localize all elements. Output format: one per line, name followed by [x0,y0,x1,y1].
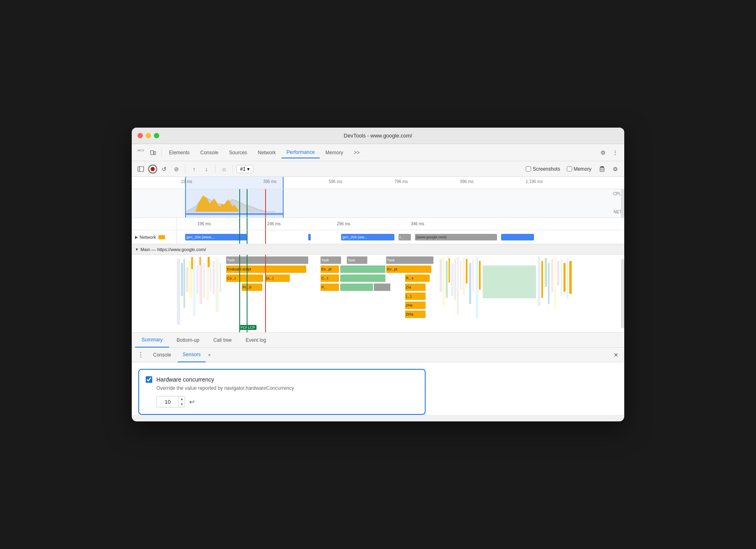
profile-label: #1 [240,166,245,172]
stepper-down-button[interactable]: ▼ [179,402,185,407]
timeline-marker-line-2 [247,189,247,217]
tick-996ms: 996 ms [460,179,474,184]
svg-rect-14 [185,213,284,215]
detail-tick-196: 196 ms [197,222,211,226]
overview-scrollbar[interactable] [621,189,624,217]
performance-area: 19 ms 396 ms 596 ms 796 ms 996 ms 1,196 … [132,177,624,333]
zia-block[interactable]: Zia [405,284,426,291]
zha-block[interactable]: zHa [405,302,426,309]
tick-19ms: 19 ms [181,179,192,184]
tab-event-log[interactable]: Event log [239,333,273,348]
reset-button[interactable]: ↩ [189,398,195,406]
tab-sources[interactable]: Sources [224,147,252,158]
stepper-up-button[interactable]: ▲ [179,396,185,402]
tab-network[interactable]: Network [253,147,281,158]
flame-vline-1 [239,255,240,332]
hw-card-title: Hardware concurrency [146,376,418,383]
maximize-button[interactable] [154,133,159,138]
minimize-button[interactable] [146,133,151,138]
tab-sensors: Sensors [178,348,206,362]
profile-selector[interactable]: #1 ▾ [236,165,253,173]
tab-elements[interactable]: Elements [164,147,195,158]
dha-block[interactable]: DHa [405,311,426,318]
devtools-window: DevTools - www.google.com/ Elements Cons… [132,128,624,421]
close-button[interactable] [137,133,143,138]
upload-button[interactable]: ↑ [189,164,199,174]
task-block-3[interactable]: Task [347,256,367,264]
rs-block[interactable]: R...s [405,274,430,282]
detail-tick-296: 296 ms [337,222,351,226]
svg-rect-4 [138,167,144,172]
timeline-marker-line-red [265,189,266,217]
hw-checkbox[interactable] [146,376,152,383]
tab-bottom-up[interactable]: Bottom-up [170,333,206,348]
sensors-tab-label[interactable]: Sensors [183,352,201,357]
garbage-collect-icon[interactable] [596,163,608,175]
sidebar-toggle-icon[interactable] [135,163,147,175]
network-bar-2[interactable] [308,234,311,240]
titlebar: DevTools - www.google.com/ [132,128,624,144]
stepper-arrows: ▲ ▼ [179,396,185,407]
cot-block[interactable]: Co...t [226,274,263,282]
home-button[interactable]: ⌂ [219,164,229,174]
sensors-panel: ⋮ Console Sensors × ✕ Hardware concurren… [132,348,624,415]
dots-block[interactable]: (...) [405,293,426,300]
net-vline-1 [239,230,240,244]
settings-icon[interactable]: ⚙ [597,147,609,158]
window-title: DevTools - www.google.com/ [344,133,412,139]
tab-memory[interactable]: Memory [321,147,348,158]
download-button[interactable]: ↓ [201,164,212,174]
task-block-2[interactable]: Task [321,256,341,264]
hw-controls: 10 ▲ ▼ ↩ [156,396,418,407]
tab-console[interactable]: Console [195,147,223,158]
evaluate-script-block[interactable]: Evaluate script [226,265,306,273]
record-button[interactable] [148,165,157,174]
ev-pt-block-1[interactable]: Ev...pt [321,265,339,273]
at-block[interactable]: (a...) [265,274,290,282]
bottom-tabs: Summary Bottom-up Call tree Event log [132,333,624,348]
green-block-3 [340,284,373,291]
clear-button[interactable]: ⊘ [171,164,182,174]
close-sensors-tab[interactable]: × [208,352,211,357]
separator-3 [215,165,215,173]
overview-chart[interactable]: CPU NET [132,189,624,218]
detail-tick-246: 246 ms [267,222,281,226]
network-bar-3[interactable]: gen_204 (ww... [341,234,394,240]
ct-block[interactable]: C...t [321,274,339,282]
green-block-2 [340,274,385,282]
task-block-1[interactable]: Task [226,256,308,264]
tick-596ms: 596 ms [329,179,342,184]
tab-performance[interactable]: Performance [282,147,320,158]
kebab-menu-icon[interactable]: ⋮ [609,147,621,158]
hw-stepper[interactable]: 10 ▲ ▼ [156,396,185,407]
device-toggle-icon[interactable] [147,147,159,158]
sensors-header: ⋮ Console Sensors × ✕ [132,348,624,362]
task-block-4[interactable]: Task [386,256,433,264]
ev-pt-block-2[interactable]: Ev...pt [386,265,431,273]
prd-block[interactable]: Pr...d [242,284,262,291]
network-bar-5[interactable]: (www.google.com) [415,234,497,240]
element-picker-icon[interactable] [135,147,147,158]
screenshots-checkbox[interactable] [526,166,531,172]
network-bar-4[interactable]: l... [399,234,411,240]
more-tabs-button[interactable]: >> [349,147,364,158]
p-block[interactable]: P... [321,284,339,291]
flame-vline-2 [247,255,247,332]
panel-menu-icon[interactable]: ⋮ [135,351,147,359]
network-bar-1[interactable]: gen_204 (www.... [185,234,247,240]
tick-796ms: 796 ms [394,179,408,184]
hw-value: 10 [157,399,179,405]
tab-call-tree[interactable]: Call tree [207,333,238,348]
network-bar-6[interactable] [501,234,534,240]
perf-settings-icon[interactable]: ⚙ [609,163,621,175]
separator-2 [185,165,186,173]
net-label: NET [614,210,622,214]
reload-button[interactable]: ↺ [159,164,170,174]
main-thread-label: Main — https://www.google.com/ [140,247,206,252]
flame-chart[interactable]: Task Task Task Task Evaluate script Ev..… [132,255,624,333]
close-panel-button[interactable]: ✕ [611,352,621,358]
memory-checkbox[interactable] [567,166,572,172]
tab-summary[interactable]: Summary [135,333,169,348]
flame-scrollbar[interactable] [621,259,624,328]
tab-console-secondary[interactable]: Console [148,348,176,362]
